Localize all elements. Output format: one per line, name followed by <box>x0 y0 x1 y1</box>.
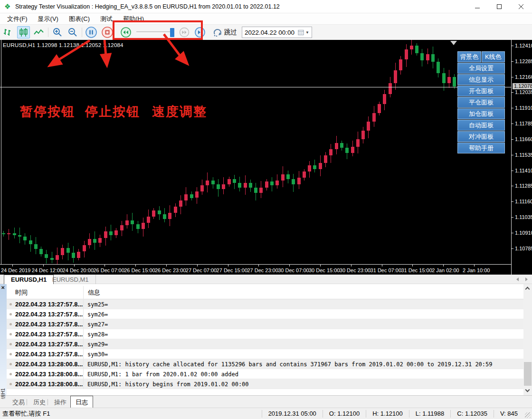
panel-button-2[interactable]: 开仓面板 <box>457 86 505 96</box>
status-help-text: 查看帮忙,请按 F1 <box>0 409 262 418</box>
tab-operations[interactable]: 操作 <box>49 397 71 408</box>
panel-button-1[interactable]: 信息显示 <box>457 74 505 85</box>
price-tick <box>512 46 513 46</box>
strategy-tester-window: ❖ Strategy Tester Visualization : Hedgin… <box>0 0 532 419</box>
toolbar-separator <box>82 28 82 37</box>
close-button[interactable] <box>510 0 532 13</box>
price-axis[interactable]: 1.12078 1.124101.122851.121601.120351.11… <box>511 40 532 275</box>
log-time: 2022.04.23 13:27:57.8... <box>15 301 83 308</box>
time-label: 2 Jan 10:00 <box>463 267 490 273</box>
panel-button-bg-color[interactable]: 背景色 <box>457 51 481 62</box>
time-label: 30 Dec 15:00 <box>309 267 340 273</box>
price-tick <box>512 186 513 186</box>
skip-label[interactable]: 跳过 <box>224 28 237 37</box>
date-input[interactable]: 2022.04.22 00:00 ▼ <box>242 27 312 38</box>
toolbar: 跳过 2022.04.22 00:00 ▼ <box>0 25 532 40</box>
minimize-button[interactable] <box>466 0 488 13</box>
stop-button[interactable] <box>101 26 114 38</box>
chart-frame <box>1 40 1 264</box>
price-tick <box>512 92 513 93</box>
log-row[interactable]: 2022.04.23 13:27:57.8...sym25= <box>7 299 523 309</box>
panel-button-candle-color[interactable]: K线色 <box>482 51 505 62</box>
time-label: 24 Dec 12:00 <box>32 267 63 273</box>
panel-button-0[interactable]: 全局设置 <box>457 63 505 74</box>
candlestick-chart-icon[interactable] <box>17 26 30 38</box>
log-time: 2022.04.23 13:27:57.8... <box>15 311 83 318</box>
menu-item-2[interactable]: 图表(C) <box>64 13 95 25</box>
time-label: 31 Dec 15:00 <box>401 267 432 273</box>
price-label: 1.12160 <box>515 74 532 80</box>
side-rotated-tab[interactable]: 缠H1 <box>0 379 7 399</box>
price-label: 1.11660 <box>515 136 532 142</box>
zoom-in-icon[interactable] <box>51 26 64 38</box>
panel-button-7[interactable]: 帮助手册 <box>457 143 505 153</box>
maximize-button[interactable] <box>488 0 510 13</box>
log-scrollbar[interactable] <box>523 284 532 395</box>
price-tick <box>512 248 513 249</box>
menu-item-0[interactable]: 文件(F) <box>2 13 33 25</box>
panel-button-3[interactable]: 平仓面板 <box>457 97 505 108</box>
column-header-time[interactable]: 时间 <box>15 288 28 297</box>
menu-bar: 文件(F)显示(V)图表(C)测试帮助(H) <box>0 13 532 25</box>
time-label: 2 Jan 02:00 <box>432 267 459 273</box>
pause-annotation: 暂停按钮 <box>20 103 75 120</box>
zoom-out-icon[interactable] <box>66 26 79 38</box>
log-row[interactable]: 2022.04.23 13:27:57.8...sym30= <box>7 349 523 359</box>
time-axis[interactable]: 24 Dec 201924 Dec 12:0024 Dec 20:0026 De… <box>0 264 511 275</box>
log-row[interactable]: 2022.04.23 13:28:00.8...EURUSD,M1: histo… <box>7 379 523 389</box>
status-bar: 查看帮忙,请按 F1 2019.12.31 05:00 O: 1.12100 H… <box>0 408 532 419</box>
price-tick <box>512 201 513 202</box>
menu-item-1[interactable]: 显示(V) <box>33 13 64 25</box>
log-bullet-icon <box>10 383 12 385</box>
status-high: H: 1.12100 <box>366 410 409 418</box>
log-row[interactable]: 2022.04.23 13:27:57.8...sym27= <box>7 319 523 329</box>
time-tick <box>135 265 136 267</box>
bar-chart-icon[interactable] <box>2 26 14 38</box>
price-tick <box>512 155 513 155</box>
log-row[interactable]: 2022.04.23 13:28:00.8...EURUSD,M1: histo… <box>7 359 523 369</box>
time-label: 27 Dec 07:00 <box>186 267 217 273</box>
pause-button[interactable] <box>85 26 97 38</box>
log-row[interactable]: 2022.04.23 13:28:00.8...EURUSD,M1: 1 bar… <box>7 369 523 379</box>
tab-eurusd-m1[interactable]: EURUSD,M1 <box>46 275 96 284</box>
scroll-down-icon[interactable] <box>525 388 530 392</box>
tab-scroll-left-icon[interactable] <box>516 277 519 281</box>
resize-grip[interactable] <box>525 412 531 418</box>
tab-scroll-right-icon[interactable] <box>525 277 528 281</box>
panel-button-6[interactable]: 对冲面板 <box>457 131 505 142</box>
time-tick <box>104 265 105 267</box>
log-time: 2022.04.23 13:27:57.8... <box>15 321 83 328</box>
log-message: sym25= <box>87 301 108 308</box>
panel-button-4[interactable]: 加仓面板 <box>457 108 505 119</box>
time-tick <box>474 265 475 267</box>
time-tick <box>289 265 290 267</box>
title-bar: ❖ Strategy Tester Visualization : Hedgin… <box>0 0 532 13</box>
panel-button-5[interactable]: 自动面板 <box>457 120 505 131</box>
calendar-icon[interactable] <box>298 29 304 36</box>
price-tick <box>512 108 513 108</box>
chevron-down-icon[interactable]: ▼ <box>305 30 309 35</box>
log-bullet-icon <box>10 363 12 365</box>
toolbar-separator <box>48 28 48 37</box>
scrollbar-thumb[interactable] <box>524 362 532 386</box>
tab-journal[interactable]: 日志 <box>70 396 93 408</box>
time-label: 26 Dec 07:00 <box>93 267 124 273</box>
price-label: 1.10910 <box>515 230 532 236</box>
log-row[interactable]: 2022.04.23 13:27:57.8...sym28= <box>7 329 523 339</box>
time-label: 30 Dec 23:00 <box>340 267 370 273</box>
close-panel-icon[interactable]: ✕ <box>1 286 5 290</box>
time-label: 27 Dec 15:00 <box>217 267 247 273</box>
log-row[interactable]: 2022.04.23 13:27:57.8...sym26= <box>7 309 523 319</box>
scroll-up-icon[interactable] <box>525 287 530 292</box>
app-icon: ❖ <box>4 3 12 10</box>
skip-icon[interactable] <box>213 26 223 38</box>
column-header-message[interactable]: 信息 <box>88 288 100 297</box>
log-time: 2022.04.23 13:28:00.8... <box>15 381 83 388</box>
date-value[interactable]: 2022.04.22 00:00 <box>245 29 298 36</box>
line-chart-icon[interactable] <box>33 26 45 38</box>
price-label: 1.11285 <box>515 183 532 189</box>
price-label: 1.10785 <box>515 246 532 251</box>
time-tick <box>351 265 352 267</box>
log-row[interactable]: 2022.04.23 13:27:57.8...sym29= <box>7 339 523 349</box>
chart-plot[interactable] <box>0 40 511 264</box>
